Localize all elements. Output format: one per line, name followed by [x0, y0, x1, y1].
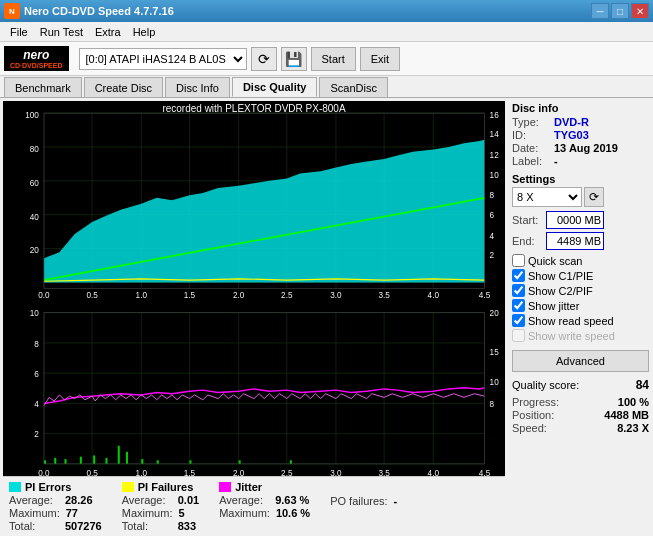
right-panel: Disc info Type: DVD-R ID: TYG03 Date: 13…	[508, 98, 653, 536]
jitter-avg-label: Average:	[219, 494, 269, 506]
tab-scandisc[interactable]: ScanDisc	[319, 77, 387, 97]
menu-file[interactable]: File	[4, 24, 34, 40]
progress-section: Progress: 100 % Position: 4488 MB Speed:…	[512, 396, 649, 434]
show-c2-label: Show C2/PIF	[528, 285, 593, 297]
reset-button[interactable]: ⟳	[584, 187, 604, 207]
svg-text:1.5: 1.5	[184, 290, 195, 301]
quality-score-value: 84	[636, 378, 649, 392]
po-failures-val: -	[394, 495, 398, 507]
svg-text:4.5: 4.5	[479, 290, 490, 301]
tab-disc-info[interactable]: Disc Info	[165, 77, 230, 97]
disc-date-label: Date:	[512, 142, 550, 154]
quick-scan-label: Quick scan	[528, 255, 582, 267]
tab-create-disc[interactable]: Create Disc	[84, 77, 163, 97]
po-failures-label: PO failures:	[330, 495, 387, 507]
advanced-button[interactable]: Advanced	[512, 350, 649, 372]
svg-text:16: 16	[490, 109, 499, 120]
svg-rect-61	[80, 457, 82, 464]
chart-svg: 100 80 60 40 20 16 14 12 10 8 6 4 2 0.0 …	[3, 101, 505, 476]
logo-nero-text: nero	[23, 48, 49, 62]
tab-benchmark[interactable]: Benchmark	[4, 77, 82, 97]
svg-text:2.5: 2.5	[281, 290, 292, 301]
show-c1-row: Show C1/PIE	[512, 269, 649, 282]
svg-text:0.5: 0.5	[86, 290, 97, 301]
pi-errors-legend: PI Errors Average:28.26 Maximum:77 Total…	[9, 481, 102, 532]
svg-rect-65	[126, 452, 128, 464]
po-failures-legend: PO failures: -	[330, 495, 397, 532]
titlebar-left: N Nero CD-DVD Speed 4.7.7.16	[4, 3, 174, 19]
svg-rect-66	[141, 459, 143, 464]
refresh-drive-button[interactable]: ⟳	[251, 47, 277, 71]
svg-rect-59	[54, 458, 56, 464]
position-label: Position:	[512, 409, 554, 421]
minimize-button[interactable]: ─	[591, 3, 609, 19]
main-content: recorded with PLEXTOR DVDR PX-800A	[0, 98, 653, 536]
show-read-speed-row: Show read speed	[512, 314, 649, 327]
legend-area: PI Errors Average:28.26 Maximum:77 Total…	[3, 476, 505, 536]
position-value: 4488 MB	[604, 409, 649, 421]
svg-text:3.0: 3.0	[330, 467, 341, 478]
speed-selector[interactable]: 8 X	[512, 187, 582, 207]
close-button[interactable]: ✕	[631, 3, 649, 19]
show-c1-label: Show C1/PIE	[528, 270, 593, 282]
pie-total-val: 507276	[65, 520, 102, 532]
disc-id-row: ID: TYG03	[512, 129, 649, 141]
disc-info-title: Disc info	[512, 102, 649, 114]
end-label: End:	[512, 235, 544, 247]
speed-row: 8 X ⟳	[512, 187, 649, 207]
quick-scan-checkbox[interactable]	[512, 254, 525, 267]
start-label: Start:	[512, 214, 544, 226]
show-c1-checkbox[interactable]	[512, 269, 525, 282]
save-button[interactable]: 💾	[281, 47, 307, 71]
show-c2-row: Show C2/PIF	[512, 284, 649, 297]
start-button[interactable]: Start	[311, 47, 356, 71]
svg-text:2.5: 2.5	[281, 467, 292, 478]
svg-text:40: 40	[30, 211, 39, 222]
disc-type-value: DVD-R	[554, 116, 589, 128]
disc-label-value: -	[554, 155, 558, 167]
pie-avg-label: Average:	[9, 494, 59, 506]
menu-help[interactable]: Help	[127, 24, 162, 40]
menubar: File Run Test Extra Help	[0, 22, 653, 42]
disc-type-label: Type:	[512, 116, 550, 128]
progress-label: Progress:	[512, 396, 559, 408]
maximize-button[interactable]: □	[611, 3, 629, 19]
progress-value: 100 %	[618, 396, 649, 408]
svg-rect-68	[189, 460, 191, 464]
tab-disc-quality[interactable]: Disc Quality	[232, 77, 318, 97]
chart-title: recorded with PLEXTOR DVDR PX-800A	[162, 103, 345, 114]
svg-text:100: 100	[25, 109, 39, 120]
drive-selector[interactable]: [0:0] ATAPI iHAS124 B AL0S	[79, 48, 247, 70]
pie-max-val: 77	[66, 507, 78, 519]
pif-avg-label: Average:	[122, 494, 172, 506]
end-input[interactable]	[546, 232, 604, 250]
svg-text:0.0: 0.0	[38, 467, 49, 478]
pif-max-val: 5	[178, 507, 184, 519]
toolbar: nero CD·DVD/SPEED [0:0] ATAPI iHAS124 B …	[0, 42, 653, 76]
svg-rect-62	[93, 455, 95, 463]
svg-text:0.5: 0.5	[86, 467, 97, 478]
show-jitter-checkbox[interactable]	[512, 299, 525, 312]
pif-avg-val: 0.01	[178, 494, 199, 506]
menu-run-test[interactable]: Run Test	[34, 24, 89, 40]
show-c2-checkbox[interactable]	[512, 284, 525, 297]
svg-rect-58	[44, 460, 46, 464]
svg-text:1.0: 1.0	[136, 290, 147, 301]
exit-button[interactable]: Exit	[360, 47, 400, 71]
svg-rect-60	[64, 459, 66, 464]
show-read-speed-checkbox[interactable]	[512, 314, 525, 327]
speed-row: Speed: 8.23 X	[512, 422, 649, 434]
start-mb-row: Start:	[512, 211, 649, 229]
svg-rect-67	[157, 460, 159, 464]
app-icon: N	[4, 3, 20, 19]
disc-id-label: ID:	[512, 129, 550, 141]
menu-extra[interactable]: Extra	[89, 24, 127, 40]
svg-text:1.5: 1.5	[184, 467, 195, 478]
svg-text:4: 4	[34, 398, 39, 409]
svg-text:20: 20	[490, 308, 499, 319]
show-read-speed-label: Show read speed	[528, 315, 614, 327]
svg-text:10: 10	[30, 308, 39, 319]
jitter-legend: Jitter Average:9.63 % Maximum:10.6 %	[219, 481, 310, 532]
start-input[interactable]	[546, 211, 604, 229]
svg-text:12: 12	[490, 149, 499, 160]
